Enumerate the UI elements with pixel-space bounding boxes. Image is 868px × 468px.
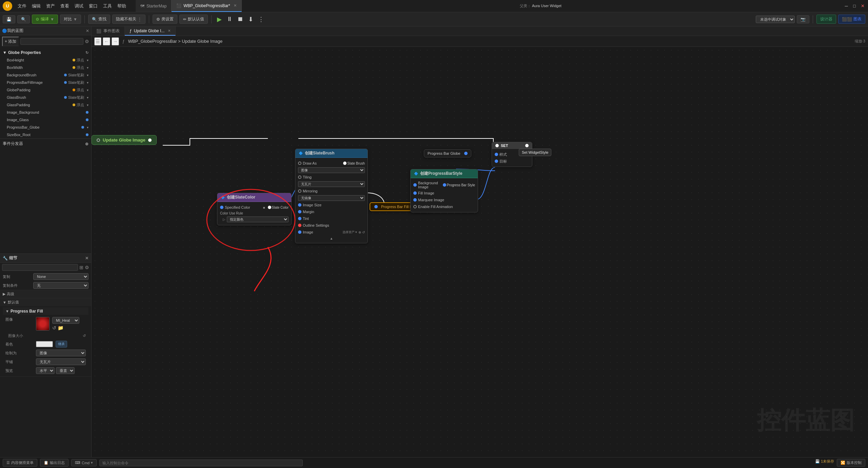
graph-menu-button[interactable]: ☰	[94, 37, 101, 45]
draw-as-node-select[interactable]: 图像	[298, 167, 365, 173]
blueprint-button[interactable]: ⬛⬛ 图表	[838, 15, 865, 24]
cmd-button[interactable]: ⌨ Cmd ▾	[71, 459, 97, 466]
content-sidebar-button[interactable]: ☰ 内容侧滑菜单	[3, 459, 37, 467]
add-button[interactable]: + 添加	[2, 37, 19, 46]
prop-sizebox-root[interactable]: SizeBox_Root	[0, 131, 91, 138]
draw-as-row: 绘制为 图像	[3, 349, 88, 357]
copy-select[interactable]: None	[33, 273, 88, 280]
pin-slate-color-out	[268, 206, 271, 209]
my-bp-close[interactable]: ✕	[86, 29, 89, 33]
play-button[interactable]: ▶	[215, 15, 224, 24]
menu-help[interactable]: 帮助	[117, 3, 126, 9]
class-settings-button[interactable]: ⚙ 类设置	[153, 15, 177, 24]
pin-specified-color	[220, 206, 223, 209]
version-control-button[interactable]: 🔀 版本控制	[837, 459, 865, 467]
details-search-input[interactable]	[2, 264, 78, 271]
prop-boxheight[interactable]: BoxHeight 浮点 ▾	[0, 56, 91, 64]
collapse-button[interactable]: ▲	[295, 236, 368, 241]
event-dispatcher-header[interactable]: 事件分发器 ⊕	[3, 141, 88, 147]
pause-button[interactable]: ⏸	[224, 15, 235, 24]
output-log-button[interactable]: 📋 输出日志	[40, 459, 68, 467]
search-input[interactable]	[20, 38, 83, 45]
tab-close[interactable]: ✕	[234, 3, 237, 8]
prop-backgroundbrush[interactable]: BackgroundBrush Slate笔刷 ▾	[0, 71, 91, 79]
maximize-button[interactable]: □	[852, 3, 857, 9]
prop-glassbrush[interactable]: GlassBrush Slate笔刷 ▾	[0, 94, 91, 101]
reset-image-button[interactable]: ↺	[52, 325, 56, 331]
details-section-default: ▼ 默认值 ▼ Progress Bar Fill 图像	[0, 298, 91, 377]
preview-v-select[interactable]: 垂直	[56, 367, 75, 374]
draw-as-select[interactable]: 图像	[36, 350, 86, 356]
annotation-svg	[92, 47, 868, 457]
forward-button[interactable]: →	[112, 37, 119, 45]
update-globe-image-node[interactable]: Update Globe Image	[92, 135, 157, 145]
hide-unrelated-button[interactable]: 隐藏不相关 ⋮	[112, 15, 145, 24]
advanced-header[interactable]: ▶ 高级	[0, 290, 91, 298]
find-button[interactable]: 🔍 查找	[88, 15, 110, 24]
globe-properties-header[interactable]: ▼ Globe Properties ↻	[0, 49, 91, 56]
menu-file[interactable]: 文件	[18, 3, 26, 9]
add-event-icon[interactable]: ⊕	[85, 142, 88, 146]
debug-options-button[interactable]: 📷	[797, 15, 809, 23]
menu-edit[interactable]: 编辑	[32, 3, 41, 9]
color-use-rule-select[interactable]: 指定颜色	[227, 217, 289, 222]
menu-asset[interactable]: 资产	[46, 3, 55, 9]
prop-image-background[interactable]: Image_Background	[0, 109, 91, 116]
menu-debug[interactable]: 调试	[75, 3, 83, 9]
prop-progressbar-globe[interactable]: ProgressBar_Globe ▾	[0, 124, 91, 131]
tab-wbp[interactable]: ⬛ WBP_GlobeProgressBar* ✕	[172, 0, 241, 12]
details-close-button[interactable]: ✕	[85, 256, 88, 261]
create-slate-color-node[interactable]: 🔷 创建SlateColor Specified Color ■ Slate C…	[217, 193, 292, 225]
compile-button[interactable]: ⚙ 编译 ▼	[32, 15, 58, 24]
tab-update-globe[interactable]: ƒ Update Globe I... ✕	[125, 26, 176, 36]
mirroring-node-select[interactable]: 无镜像	[298, 195, 365, 201]
blueprint-icon: ⬛⬛	[842, 17, 852, 22]
type-dot	[64, 74, 67, 76]
close-button[interactable]: ✕	[860, 3, 865, 9]
menu-view[interactable]: 查看	[60, 3, 69, 9]
defaults-button[interactable]: ✏ 默认认值	[179, 15, 208, 24]
tab-event-graph[interactable]: ⬛ 事件图表	[92, 26, 125, 36]
stop-button[interactable]: ⏹	[235, 15, 245, 24]
tab-close-button[interactable]: ✕	[168, 29, 171, 33]
progress-bar-globe-node[interactable]: Progress Bar Globe	[424, 149, 471, 157]
image-select[interactable]: MI_Heal	[52, 317, 79, 324]
console-input[interactable]	[99, 460, 303, 466]
browse-button[interactable]: 🔍	[17, 15, 30, 23]
section-options[interactable]: ↻	[85, 51, 88, 55]
diff-button[interactable]: 对比 ▼	[60, 15, 81, 24]
prop-image-glass[interactable]: Image_Glass	[0, 116, 91, 124]
pin-style-out	[443, 183, 446, 187]
step-button[interactable]: ⬇	[246, 15, 255, 24]
prop-globepadding[interactable]: GlobePadding 浮点 ▾	[0, 86, 91, 94]
grid-icon[interactable]: ⊞	[79, 265, 83, 270]
copy-condition-select[interactable]: 无	[33, 282, 88, 289]
create-progressbar-style-node[interactable]: 🔷 创建ProgressBarStyle Background Image Pr…	[410, 169, 478, 212]
designer-button[interactable]: 设计器	[816, 15, 836, 24]
tab-startermap[interactable]: 🗺 StarterMap	[136, 0, 172, 12]
canvas-area[interactable]: Update Globe Image 🔷 创建SlateColor Specif…	[92, 47, 868, 457]
gear-icon[interactable]: ⚙	[85, 39, 89, 44]
default-value-header[interactable]: ▼ 默认值	[0, 298, 91, 306]
size-reset[interactable]: ↺	[83, 334, 86, 338]
settings-icon[interactable]: ⚙	[85, 265, 89, 270]
prop-boxwidth[interactable]: BoxWidth 浮点 ▾	[0, 64, 91, 71]
color-swatch[interactable]	[36, 341, 53, 347]
expand-icon: ▾	[87, 73, 88, 77]
tiling-select[interactable]: 无瓦片	[36, 358, 86, 365]
debug-select[interactable]: 未选中调试对象	[756, 16, 795, 23]
back-button[interactable]: ←	[103, 37, 110, 45]
save-button[interactable]: 💾	[3, 15, 15, 23]
preview-h-select[interactable]: 水平	[36, 367, 55, 374]
prop-progressbarfillimage[interactable]: ProgressBarFillImage Slate笔刷 ▾	[0, 79, 91, 86]
create-slate-brush-node[interactable]: 🔷 创建SlateBrush Draw As Slate Brush 图像	[295, 149, 368, 243]
prop-glasspadding[interactable]: GlassPadding 浮点 ▾	[0, 101, 91, 109]
menu-window[interactable]: 窗口	[89, 3, 98, 9]
more-button[interactable]: ⋮	[256, 15, 266, 24]
tiling-node-select[interactable]: 无瓦片	[298, 181, 365, 187]
menu-tools[interactable]: 工具	[103, 3, 112, 9]
minimize-button[interactable]: ─	[844, 3, 849, 9]
browse-image-button[interactable]: 📁	[58, 325, 63, 331]
progress-bar-fill-header[interactable]: ▼ Progress Bar Fill	[3, 307, 88, 315]
inherit-button[interactable]: 继承	[56, 341, 67, 348]
